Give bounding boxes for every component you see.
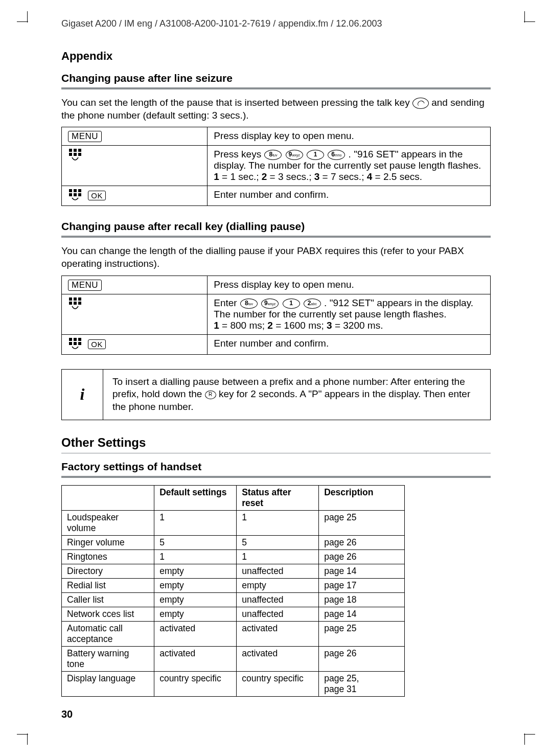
table-cell: activated — [154, 647, 237, 672]
table-header: Default settings — [154, 486, 237, 511]
table-header — [62, 486, 154, 511]
svg-rect-23 — [78, 342, 81, 345]
rule — [61, 453, 491, 454]
table-cell: page 18 — [319, 593, 405, 607]
text: 4 — [367, 171, 373, 182]
svg-rect-20 — [78, 338, 81, 341]
text: 3 — [314, 171, 320, 182]
table-cell: empty — [154, 593, 237, 607]
rule — [61, 87, 491, 89]
info-text: To insert a dialling pause between a pre… — [103, 370, 490, 420]
table-row: Ringer volume55page 26 — [62, 536, 405, 550]
table-row: Directoryemptyunaffectedpage 14 — [62, 564, 405, 579]
table-cell: Directory — [62, 564, 154, 579]
table-cell: unaffected — [237, 593, 319, 607]
text: 3 — [327, 320, 332, 331]
text: = 2.5 secs. — [372, 171, 422, 182]
svg-rect-19 — [74, 338, 77, 341]
svg-rect-2 — [78, 149, 81, 152]
phone-key-icon: 1 — [307, 150, 324, 160]
svg-rect-7 — [74, 189, 77, 192]
table-cell: 5 — [154, 536, 237, 550]
text: = 3200 ms. — [332, 320, 383, 331]
heading-factory-settings: Factory settings of handset — [61, 461, 491, 473]
table-cell: 1 — [154, 511, 237, 536]
heading-pause-line-seizure: Changing pause after line seizure — [61, 72, 491, 84]
info-box: i To insert a dialling pause between a p… — [61, 369, 491, 420]
table-cell: page 25 — [319, 622, 405, 647]
text: = 800 ms; — [219, 320, 268, 331]
phone-key-icon: 6mno — [328, 150, 345, 160]
table-cell: page 17 — [319, 579, 405, 593]
section-appendix: Appendix — [61, 50, 491, 63]
running-header: Gigaset A200 / IM eng / A31008-A200-J101… — [61, 18, 491, 29]
table-cell: page 26 — [319, 550, 405, 564]
phone-key-icon: 1 — [283, 299, 300, 309]
step-desc: Enter number and confirm. — [208, 334, 491, 354]
svg-rect-5 — [78, 153, 81, 156]
rule — [61, 236, 491, 238]
table-row: Loudspeaker volume11page 25 — [62, 511, 405, 536]
table-cell: empty — [237, 579, 319, 593]
phone-key-icon: 8tuv — [240, 299, 258, 309]
rule — [61, 476, 491, 478]
intro-text-2: You can change the length of the diallin… — [61, 245, 491, 270]
svg-rect-16 — [74, 302, 77, 305]
table-cell: empty — [154, 564, 237, 579]
step-desc: Press display key to open menu. — [208, 276, 491, 294]
keypad-icon — [68, 297, 82, 313]
table-header: Description — [319, 486, 405, 511]
info-icon: i — [62, 370, 103, 420]
table-cell: Ringer volume — [62, 536, 154, 550]
table-cell: page 25,page 31 — [319, 672, 405, 697]
table-cell: activated — [237, 647, 319, 672]
svg-rect-17 — [78, 302, 81, 305]
table-cell: page 14 — [319, 564, 405, 579]
text: Press keys — [214, 149, 264, 159]
table-row: Network cces listemptyunaffectedpage 14 — [62, 607, 405, 622]
table-row: Automatic call acceptanceactivatedactiva… — [62, 622, 405, 647]
phone-key-icon: 8tuv — [264, 150, 282, 160]
text: = 3 secs.; — [267, 171, 314, 182]
phone-key-icon: 9wxyz — [261, 299, 279, 309]
step-desc: Enter number and confirm. — [208, 186, 491, 206]
svg-rect-18 — [69, 338, 72, 341]
table-cell: Display language — [62, 672, 154, 697]
table-cell: Ringtones — [62, 550, 154, 564]
ok-key: OK — [88, 191, 106, 200]
svg-rect-15 — [69, 302, 72, 305]
text: You can set the length of the pause that… — [61, 97, 412, 108]
table-cell: Battery warning tone — [62, 647, 154, 672]
text: Enter — [214, 297, 240, 308]
table-cell: unaffected — [237, 607, 319, 622]
table-cell: country specific — [154, 672, 237, 697]
table-cell: activated — [154, 622, 237, 647]
text: 1 — [214, 320, 219, 331]
step-desc: Press keys 8tuv 9wxyz 1 6mno . "916 SET"… — [208, 146, 491, 186]
svg-rect-14 — [78, 297, 81, 301]
table-cell: country specific — [237, 672, 319, 697]
intro-text-1: You can set the length of the pause that… — [61, 97, 491, 122]
keypad-icon — [68, 189, 82, 202]
table-cell: Loudspeaker volume — [62, 511, 154, 536]
table-cell: 1 — [154, 550, 237, 564]
svg-rect-1 — [74, 149, 77, 152]
text: 2 — [262, 171, 267, 182]
ok-key: OK — [88, 339, 106, 349]
steps-table-2: MENU Press display key to open menu. Ent… — [61, 276, 491, 355]
table-cell: empty — [154, 579, 237, 593]
text: = 1600 ms; — [273, 320, 327, 331]
steps-table-1: MENU Press display key to open menu. Pre… — [61, 127, 491, 206]
svg-rect-21 — [69, 342, 72, 345]
talk-key-icon — [412, 98, 429, 109]
table-row: Caller listemptyunaffectedpage 18 — [62, 593, 405, 607]
svg-rect-12 — [69, 297, 72, 301]
heading-other-settings: Other Settings — [61, 436, 491, 450]
table-cell: Redial list — [62, 579, 154, 593]
step-desc: Enter 8tuv 9wxyz 1 2abc . "912 SET" appe… — [208, 294, 491, 334]
text: = 7 secs.; — [319, 171, 366, 182]
page-number: 30 — [61, 708, 73, 720]
table-row: Battery warning toneactivatedactivatedpa… — [62, 647, 405, 672]
factory-settings-table: Default settingsStatus after resetDescri… — [61, 485, 405, 697]
table-row: Display languagecountry specificcountry … — [62, 672, 405, 697]
